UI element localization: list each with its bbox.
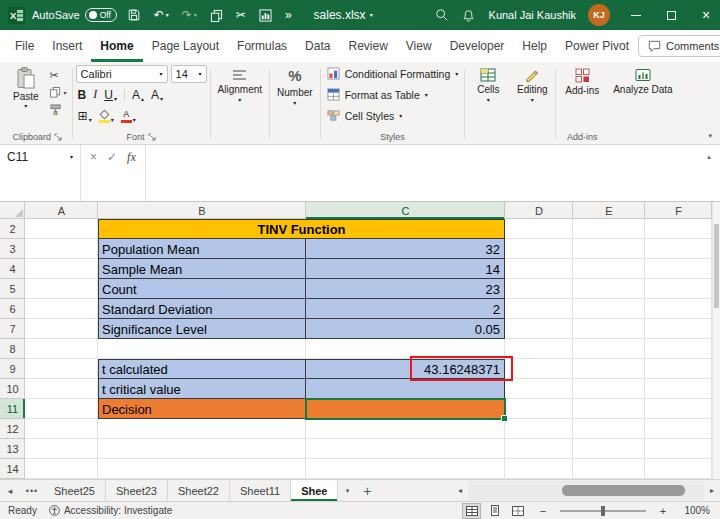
row-header-6[interactable]: 6 [0,299,25,319]
copy-button[interactable]: ▾ [48,86,69,99]
formula-input[interactable] [146,145,698,201]
cell-A5[interactable] [25,279,98,299]
cell-C8[interactable] [306,339,505,359]
cell-B13[interactable] [98,439,306,459]
account-name[interactable]: Kunal Jai Kaushik [489,9,576,21]
cell-F7[interactable] [645,319,712,339]
cell-B4[interactable]: Sample Mean [98,259,306,279]
all-sheets-icon[interactable]: ▾ [338,480,356,501]
fill-color-button[interactable]: ▾ [97,108,116,123]
cell-E14[interactable] [573,459,645,479]
cell-A10[interactable] [25,379,98,399]
notifications-button[interactable] [459,0,478,30]
cell-C4[interactable]: 14 [306,259,505,279]
bold-button[interactable]: B [76,87,89,102]
cell-B12[interactable] [98,419,306,439]
row-header-14[interactable]: 14 [0,459,25,479]
cell-C10[interactable] [306,379,505,399]
borders-button[interactable]: ⊞▾ [76,108,94,123]
cell-D11[interactable] [505,399,573,419]
menu-tab-help[interactable]: Help [513,30,556,62]
sheet-tab-sheet25[interactable]: Sheet25 [44,480,106,501]
cell-F2[interactable] [645,219,712,239]
cell-A4[interactable] [25,259,98,279]
cell-B11[interactable]: Decision [98,399,306,419]
cell-E4[interactable] [573,259,645,279]
close-button[interactable]: × [692,0,720,30]
collapse-formula-bar-icon[interactable]: ▴ [698,145,720,201]
cell-A8[interactable] [25,339,98,359]
cell-A6[interactable] [25,299,98,319]
editing-button[interactable]: Editing ▾ [510,64,554,144]
clipboard-dialog-launcher-icon[interactable] [54,133,62,141]
cell-F13[interactable] [645,439,712,459]
cell-B5[interactable]: Count [98,279,306,299]
normal-view-button[interactable] [463,504,480,518]
cell-D4[interactable] [505,259,573,279]
column-header-B[interactable]: B [98,202,306,219]
conditional-formatting-button[interactable]: Conditional Formatting ▾ [324,64,462,83]
row-header-5[interactable]: 5 [0,279,25,299]
cut-quick-button[interactable]: ✂ [233,0,249,30]
cell-D13[interactable] [505,439,573,459]
cell-A9[interactable] [25,359,98,379]
cell-A13[interactable] [25,439,98,459]
horizontal-scrollbar-thumb[interactable] [562,485,685,496]
scroll-right-icon[interactable]: ▸ [704,486,720,495]
row-header-9[interactable]: 9 [0,359,25,379]
cell-D9[interactable] [505,359,573,379]
decrease-font-size-button[interactable]: A▾ [149,87,165,102]
menu-tab-developer[interactable]: Developer [441,30,514,62]
cell-D10[interactable] [505,379,573,399]
column-header-E[interactable]: E [573,202,645,219]
vertical-scrollbar-thumb[interactable] [714,224,719,308]
cancel-button[interactable]: × [90,150,97,164]
cell-F9[interactable] [645,359,712,379]
cell-F14[interactable] [645,459,712,479]
paste-button[interactable]: Paste ▾ [6,64,46,109]
cell-F4[interactable] [645,259,712,279]
quick-access-overflow-icon[interactable]: » [282,0,295,30]
vertical-scrollbar[interactable] [712,202,720,479]
row-header-11[interactable]: 11 [0,399,25,419]
new-sheet-button[interactable]: + [356,480,378,501]
cut-button[interactable]: ✂ [48,69,69,82]
select-all-corner[interactable] [0,202,25,219]
row-header-8[interactable]: 8 [0,339,25,359]
status-mode[interactable]: Ready [8,505,37,516]
cell-B10[interactable]: t critical value [98,379,306,399]
cell-E3[interactable] [573,239,645,259]
cell-C11[interactable] [306,399,505,419]
cell-F12[interactable] [645,419,712,439]
cell-A11[interactable] [25,399,98,419]
format-as-table-button[interactable]: Format as Table ▾ [324,85,431,104]
chart-quick-button[interactable] [256,0,275,30]
increase-font-size-button[interactable]: A▴ [130,87,146,102]
cell-E6[interactable] [573,299,645,319]
cell-C7[interactable]: 0.05 [306,319,505,339]
menu-tab-home[interactable]: Home [91,30,142,62]
cell-C6[interactable]: 2 [306,299,505,319]
menu-tab-view[interactable]: View [397,30,441,62]
undo-button[interactable]: ↶▾ [151,0,172,30]
menu-tab-page-layout[interactable]: Page Layout [143,30,228,62]
zoom-slider[interactable] [560,510,646,512]
cell-F10[interactable] [645,379,712,399]
cell-B7[interactable]: Significance Level [98,319,306,339]
column-header-A[interactable]: A [25,202,98,219]
sheet-tab-sheet11[interactable]: Sheet11 [230,480,291,501]
search-button[interactable] [432,0,452,30]
zoom-slider-knob[interactable] [601,506,605,516]
document-title[interactable]: sales.xlsx ▾ [314,8,373,22]
cell-E13[interactable] [573,439,645,459]
cell-B8[interactable] [98,339,306,359]
cell-C14[interactable] [306,459,505,479]
enter-button[interactable]: ✓ [107,150,117,164]
cell-A3[interactable] [25,239,98,259]
column-header-D[interactable]: D [505,202,573,219]
cell-A12[interactable] [25,419,98,439]
alignment-button[interactable]: Alignment ▾ [212,64,268,144]
comments-button[interactable]: Comments [638,35,720,57]
name-box[interactable]: C11 ▾ [0,145,80,169]
cell-C3[interactable]: 32 [306,239,505,259]
